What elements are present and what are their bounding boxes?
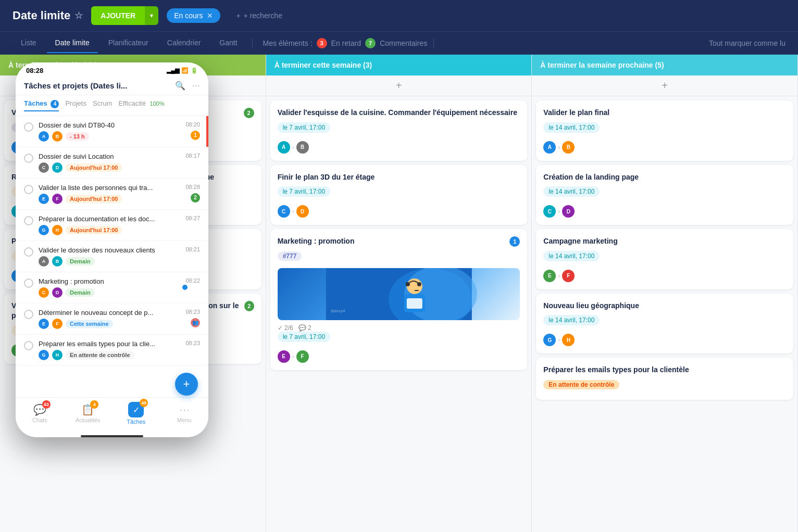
signal-bars-icon: ▂▄▆ xyxy=(167,67,179,74)
avatar: H xyxy=(562,334,575,346)
task-content: Dossier de suivi DT80-40 A B - 13 h xyxy=(39,121,200,142)
phone-task-list: Dossier de suivi DT80-40 A B - 13 h 08:2… xyxy=(16,116,208,398)
filter-close-icon[interactable]: ✕ xyxy=(207,11,213,20)
card-date: le 7 avril, 17:00 xyxy=(278,186,330,197)
task-checkbox[interactable] xyxy=(24,247,33,257)
avatar: A xyxy=(39,131,49,142)
phone-fab-button[interactable]: + xyxy=(175,373,198,396)
task-checkbox[interactable] xyxy=(24,278,33,288)
phone-task-item[interactable]: Déterminer le nouveau concept de p... E … xyxy=(16,303,208,335)
card-preparer-emails: Préparer les emails types pour la client… xyxy=(536,358,793,400)
phone-tab-scrum[interactable]: Scrum xyxy=(93,99,113,111)
phone-task-item[interactable]: Dossier de suivi Location C D Aujourd'hu… xyxy=(16,147,208,179)
phone-nav-chats[interactable]: 💬 43 Chats xyxy=(16,403,64,423)
battery-icon: 🔋 xyxy=(191,67,198,74)
kanban-col-week: À terminer cette semaine (3) + Valider l… xyxy=(266,55,532,532)
task-content: Marketing : promotion C D Demain xyxy=(39,277,200,298)
tab-calendrier[interactable]: Calendrier xyxy=(159,33,209,53)
task-badge: Aujourd'hui 17:00 xyxy=(66,163,122,172)
avatar: G xyxy=(39,350,49,360)
card-nouveau-lieu: Nouveau lieu géographique le 14 avril, 1… xyxy=(536,294,793,354)
phone-nav-taches[interactable]: ✓ 46 Tâches xyxy=(112,402,160,425)
avatar: G xyxy=(543,334,556,346)
task-time: 08:20 xyxy=(185,121,200,128)
search-icon[interactable]: 🔍 xyxy=(175,81,185,91)
more-icon[interactable]: ⋯ xyxy=(192,81,200,91)
task-time: 08:27 xyxy=(185,215,200,221)
taches-badge: 46 xyxy=(140,399,148,407)
card-progress: ✓ 2/6 xyxy=(278,324,293,332)
phone-tab-taches[interactable]: Tâches 4 xyxy=(24,99,59,111)
phone-task-item[interactable]: Valider le dossier des nouveaux clients … xyxy=(16,241,208,272)
task-time: 08:17 xyxy=(185,153,200,159)
filter-en-cours[interactable]: En cours ✕ xyxy=(167,8,220,23)
phone-task-item[interactable]: Préparer la documentation et les doc... … xyxy=(16,210,208,241)
card-avatars: C › D xyxy=(278,205,520,218)
phone-app-title: Tâches et projets (Dates li... xyxy=(24,81,127,90)
phone-task-item[interactable]: Marketing : promotion C D Demain 08:22 xyxy=(16,272,208,303)
col-add-week[interactable]: + xyxy=(266,75,532,96)
task-badge: Aujourd'hui 17:00 xyxy=(66,226,122,234)
wifi-icon: 📶 xyxy=(181,67,189,74)
phone-tab-efficacite[interactable]: Efficacité 100% xyxy=(118,99,164,111)
phone-nav-menu[interactable]: ⋯ Menu xyxy=(160,403,209,423)
tab-planificateur[interactable]: Planificateur xyxy=(100,33,157,53)
task-checkbox[interactable] xyxy=(24,216,33,225)
task-badge: Aujourd'hui 17:00 xyxy=(66,195,122,203)
desktop-app: Date limite ☆ AJOUTER ▾ En cours ✕ + + r… xyxy=(0,0,798,532)
phone-task-item[interactable]: Dossier de suivi DT80-40 A B - 13 h 08:2… xyxy=(16,116,208,147)
task-name: Valider la liste des personnes qui tra..… xyxy=(39,184,200,192)
avatar: C xyxy=(39,162,49,173)
avatar: B xyxy=(562,141,575,154)
tout-marquer-button[interactable]: Tout marquer comme lu xyxy=(709,39,785,47)
phone-header: Tâches et projets (Dates li... 🔍 ⋯ xyxy=(16,77,208,95)
task-badge: Demain xyxy=(66,257,95,265)
task-badge: En attente de contrôle xyxy=(66,351,134,359)
search-placeholder: + recherche xyxy=(244,11,282,20)
card-stats: ✓ 2/6 💬 2 xyxy=(278,324,520,332)
card-date: le 14 avril, 17:00 xyxy=(543,186,600,197)
task-checkbox[interactable] xyxy=(24,310,33,319)
card-avatars: C › D xyxy=(543,205,786,218)
task-checkbox[interactable] xyxy=(24,122,33,132)
title-text: Date limite xyxy=(13,9,70,22)
avatar: G xyxy=(39,225,49,235)
commentaires-count: 7 xyxy=(365,38,376,48)
en-retard-label: En retard xyxy=(331,39,361,47)
task-checkbox[interactable] xyxy=(24,154,33,163)
task-meta: E F Cette semaine xyxy=(39,319,200,329)
star-icon[interactable]: ☆ xyxy=(74,10,83,21)
phone-nav-actualites[interactable]: 📋 4 Actualités xyxy=(64,403,113,423)
task-meta: G H En attente de contrôle xyxy=(39,350,200,360)
phone-task-item[interactable]: Valider la liste des personnes qui tra..… xyxy=(16,179,208,210)
ajouter-dropdown-button[interactable]: ▾ xyxy=(145,6,158,25)
task-content: Préparer les emails types pour la clie..… xyxy=(39,340,200,360)
card-avatars: G › H xyxy=(543,334,786,346)
task-name: Marketing : promotion xyxy=(39,277,200,285)
tab-gantt[interactable]: Gantt xyxy=(211,33,245,53)
task-checkbox[interactable] xyxy=(24,341,33,350)
phone-tab-projets[interactable]: Projets xyxy=(65,99,86,111)
card-count: 1 xyxy=(509,236,520,247)
phone-time: 08:28 xyxy=(26,67,43,74)
card-title: Valider l'esquisse de la cuisine. Comman… xyxy=(278,108,520,118)
task-meta: A B - 13 h xyxy=(39,131,200,142)
col-header-week: À terminer cette semaine (3) xyxy=(266,55,532,75)
tab-liste[interactable]: Liste xyxy=(13,33,45,53)
avatar: F xyxy=(562,270,575,282)
mobile-phone: 08:28 ▂▄▆ 📶 🔋 Tâches et projets (Dates l… xyxy=(16,62,208,437)
task-name: Déterminer le nouveau concept de p... xyxy=(39,309,200,316)
tab-date-limite[interactable]: Date limite xyxy=(47,33,98,53)
search-area[interactable]: + + recherche xyxy=(229,8,290,23)
card-creation-landing: Création de la landing page le 14 avril,… xyxy=(536,165,793,225)
phone-task-item[interactable]: Préparer les emails types pour la clie..… xyxy=(16,335,208,366)
card-avatars: E › F xyxy=(278,350,520,363)
task-checkbox[interactable] xyxy=(24,185,33,194)
card-title: Marketing : promotion xyxy=(278,236,355,247)
kanban-col-next-week: À terminer la semaine prochaine (5) + Va… xyxy=(532,55,798,532)
avatar: C xyxy=(39,287,49,298)
col-add-next-week[interactable]: + xyxy=(532,75,797,96)
ajouter-button[interactable]: AJOUTER xyxy=(91,6,145,25)
en-retard-count: 3 xyxy=(317,38,327,48)
avatar: C xyxy=(543,205,556,218)
